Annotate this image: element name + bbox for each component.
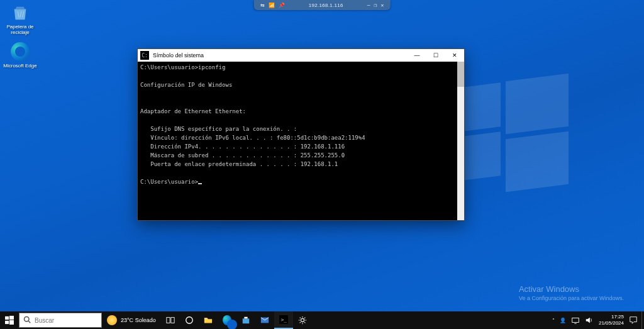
settings-button[interactable]: [293, 311, 312, 329]
weather-icon: [107, 315, 117, 325]
edge-icon: [10, 42, 30, 62]
svg-rect-2: [5, 321, 9, 324]
svg-rect-0: [5, 316, 9, 320]
weather-text: Soleado: [135, 317, 156, 323]
cmd-icon: C:: [140, 51, 149, 60]
cmd-scrollbar[interactable]: [457, 62, 464, 220]
tray-chevron-icon[interactable]: ˄: [552, 318, 555, 323]
cmd-window[interactable]: C: Símbolo del sistema — ☐ ✕ C:\Users\us…: [137, 48, 465, 221]
store-button[interactable]: [236, 311, 255, 329]
cmd-body[interactable]: C:\Users\usuario>ipconfig Configuración …: [138, 62, 464, 220]
scroll-thumb[interactable]: [457, 62, 464, 87]
taskbar-clock[interactable]: 17:25 21/05/2024: [599, 314, 624, 326]
remote-viewer-bar: ⇆📶📌 192.168.1.116 —❐✕: [254, 0, 391, 10]
svg-rect-1: [9, 316, 14, 320]
task-view-button[interactable]: [161, 311, 180, 329]
svg-point-4: [25, 317, 30, 322]
notification-icon[interactable]: [629, 316, 638, 325]
start-button[interactable]: [0, 311, 19, 329]
desktop-icon-label: Papelera de reciclaje: [6, 24, 33, 35]
taskbar: 23°C Soleado >_ ˄ 👤 17:25 21/05/2024: [0, 311, 644, 329]
svg-line-5: [28, 321, 30, 323]
clock-time: 17:25: [599, 314, 624, 320]
activation-sub: Ve a Configuración para activar Windows.: [519, 295, 624, 301]
clock-date: 21/05/2024: [599, 320, 624, 326]
cmd-title: Símbolo del sistema: [153, 52, 408, 59]
minimize-button[interactable]: —: [408, 49, 426, 62]
cmd-titlebar[interactable]: C: Símbolo del sistema — ☐ ✕: [138, 49, 464, 62]
svg-rect-6: [167, 318, 170, 323]
viewer-window-controls[interactable]: —❐✕: [367, 3, 384, 8]
svg-rect-13: [572, 318, 579, 323]
show-desktop-button[interactable]: [641, 311, 644, 329]
tray-people-icon[interactable]: 👤: [560, 318, 566, 323]
desktop-icon-recycle-bin[interactable]: Papelera de reciclaje: [3, 3, 38, 35]
viewer-left-icons: ⇆📶📌: [260, 3, 285, 8]
explorer-button[interactable]: [199, 311, 218, 329]
taskbar-search[interactable]: [19, 313, 102, 328]
desktop-icons: Papelera de reciclaje Microsoft Edge: [3, 3, 38, 69]
weather-temp: 23°C: [121, 317, 133, 323]
maximize-button[interactable]: ☐: [426, 49, 445, 62]
svg-rect-7: [171, 318, 174, 323]
system-tray[interactable]: ˄ 👤 17:25 21/05/2024: [548, 311, 641, 329]
activation-title: Activar Windows: [519, 284, 624, 294]
svg-point-12: [301, 318, 304, 321]
recycle-bin-icon: [10, 3, 30, 23]
search-icon: [23, 316, 31, 325]
svg-point-8: [186, 317, 192, 324]
close-button[interactable]: ✕: [445, 49, 464, 62]
edge-button[interactable]: [218, 311, 236, 329]
desktop-icon-edge[interactable]: Microsoft Edge: [3, 42, 38, 69]
cmd-output: C:\Users\usuario>ipconfig Configuración …: [140, 63, 462, 186]
activation-watermark: Activar Windows Ve a Configuración para …: [519, 284, 624, 301]
desktop-icon-label: Microsoft Edge: [3, 63, 36, 69]
svg-rect-3: [9, 320, 14, 325]
tray-volume-icon[interactable]: [585, 316, 594, 325]
mail-button[interactable]: [255, 311, 274, 329]
tray-network-icon[interactable]: [571, 316, 580, 325]
edge-icon: [223, 315, 231, 325]
taskbar-news[interactable]: 23°C Soleado: [102, 311, 161, 329]
viewer-ip: 192.168.1.116: [309, 3, 343, 8]
svg-text:>_: >_: [280, 317, 287, 323]
cmd-taskbar-button[interactable]: >_: [274, 311, 293, 329]
cortana-button[interactable]: [180, 311, 199, 329]
search-input[interactable]: [35, 317, 97, 324]
taskbar-spacer: [312, 311, 548, 329]
